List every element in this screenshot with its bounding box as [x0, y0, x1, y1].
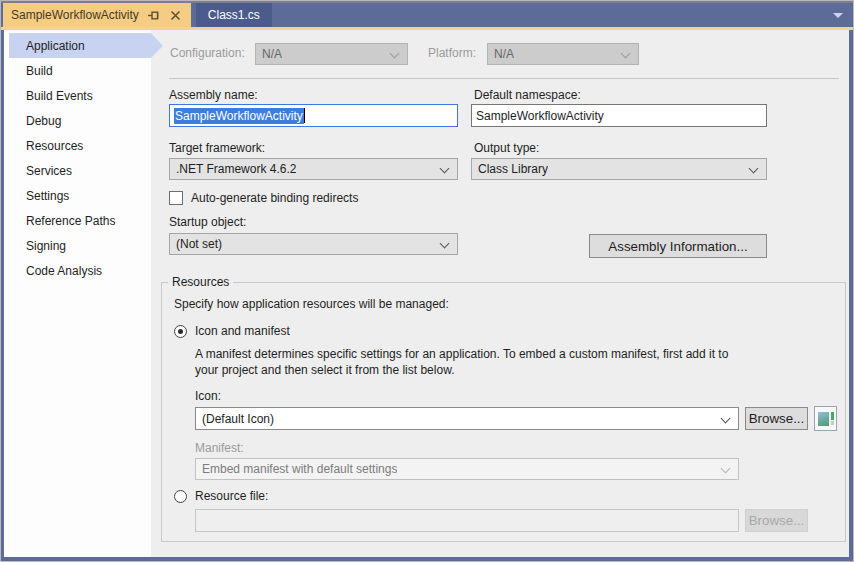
tab-label: SampleWorkflowActivity: [11, 8, 139, 22]
nav-item-code-analysis[interactable]: Code Analysis: [4, 258, 151, 283]
assembly-name-input[interactable]: SampleWorkflowActivity: [169, 104, 458, 127]
default-icon-thumbnail: [818, 412, 829, 426]
resources-group-title: Resources: [168, 275, 233, 289]
project-properties-window: SampleWorkflowActivity Class1.cs Applica…: [0, 0, 854, 562]
icon-and-manifest-radio[interactable]: [174, 325, 187, 338]
configuration-select: N/A: [255, 43, 408, 65]
icon-combobox[interactable]: (Default Icon): [195, 407, 739, 430]
close-icon[interactable]: [169, 8, 183, 22]
default-namespace-input[interactable]: SampleWorkflowActivity: [471, 104, 767, 127]
tab-list-dropdown-icon[interactable]: [833, 13, 843, 18]
icon-and-manifest-row: Icon and manifest: [174, 324, 290, 338]
icon-and-manifest-label: Icon and manifest: [195, 324, 290, 338]
document-tab-strip: SampleWorkflowActivity Class1.cs: [2, 3, 852, 27]
nav-item-build-events[interactable]: Build Events: [4, 83, 151, 108]
nav-item-settings[interactable]: Settings: [4, 183, 151, 208]
default-namespace-label: Default namespace:: [474, 88, 581, 102]
icon-label: Icon:: [195, 389, 221, 403]
chevron-down-icon: [440, 239, 450, 249]
platform-label: Platform:: [428, 46, 476, 60]
resources-groupbox: Resources Specify how application resour…: [161, 282, 846, 542]
nav-list: Application Build Build Events Debug Res…: [4, 30, 151, 283]
resource-file-input: [195, 509, 739, 532]
icon-browse-button[interactable]: Browse...: [745, 407, 808, 430]
resource-file-radio[interactable]: [174, 490, 187, 503]
manifest-select: Embed manifest with default settings: [195, 458, 739, 480]
chevron-down-icon: [749, 164, 759, 174]
resources-intro-text: Specify how application resources will b…: [174, 297, 449, 311]
configuration-label: Configuration:: [170, 46, 245, 60]
auto-generate-checkbox[interactable]: [169, 191, 183, 205]
text-caret: [304, 108, 305, 123]
properties-nav-pane: Application Build Build Events Debug Res…: [4, 30, 151, 557]
nav-item-debug[interactable]: Debug: [4, 108, 151, 133]
auto-generate-binding-redirects-row: Auto-generate binding redirects: [169, 191, 358, 205]
section-separator: [169, 78, 839, 79]
assembly-information-button[interactable]: Assembly Information...: [589, 234, 767, 258]
manifest-label: Manifest:: [195, 441, 244, 455]
tab-class1-cs[interactable]: Class1.cs: [196, 3, 272, 27]
nav-item-reference-paths[interactable]: Reference Paths: [4, 208, 151, 233]
target-framework-select[interactable]: .NET Framework 4.6.2: [169, 158, 458, 180]
nav-item-application[interactable]: Application: [9, 33, 151, 58]
assembly-name-label: Assembly name:: [169, 88, 258, 102]
resource-file-row: Resource file:: [174, 489, 268, 503]
startup-object-label: Startup object:: [169, 215, 246, 229]
auto-generate-label: Auto-generate binding redirects: [191, 191, 358, 205]
target-framework-label: Target framework:: [169, 141, 265, 155]
resource-file-browse-button: Browse...: [745, 509, 808, 532]
output-type-select[interactable]: Class Library: [471, 158, 767, 180]
chevron-down-icon: [440, 164, 450, 174]
tab-sampleworkflowactivity[interactable]: SampleWorkflowActivity: [3, 3, 191, 27]
application-settings-pane: Configuration: N/A Platform: N/A Assembl…: [151, 30, 849, 557]
nav-item-services[interactable]: Services: [4, 158, 151, 183]
chevron-down-icon: [390, 49, 400, 59]
selected-text: SampleWorkflowActivity: [174, 108, 304, 124]
nav-item-signing[interactable]: Signing: [4, 233, 151, 258]
tab-label: Class1.cs: [208, 8, 260, 22]
resource-file-label: Resource file:: [195, 489, 268, 503]
icon-preview-image: [814, 406, 837, 431]
platform-select: N/A: [487, 43, 639, 65]
chevron-down-icon: [621, 49, 631, 59]
chevron-down-icon: [721, 414, 731, 424]
pin-icon[interactable]: [147, 8, 161, 22]
nav-item-resources[interactable]: Resources: [4, 133, 151, 158]
nav-item-build[interactable]: Build: [4, 58, 151, 83]
chevron-down-icon: [721, 464, 731, 474]
manifest-help-text: A manifest determines specific settings …: [195, 346, 728, 378]
startup-object-select[interactable]: (Not set): [169, 233, 458, 255]
output-type-label: Output type:: [474, 141, 539, 155]
